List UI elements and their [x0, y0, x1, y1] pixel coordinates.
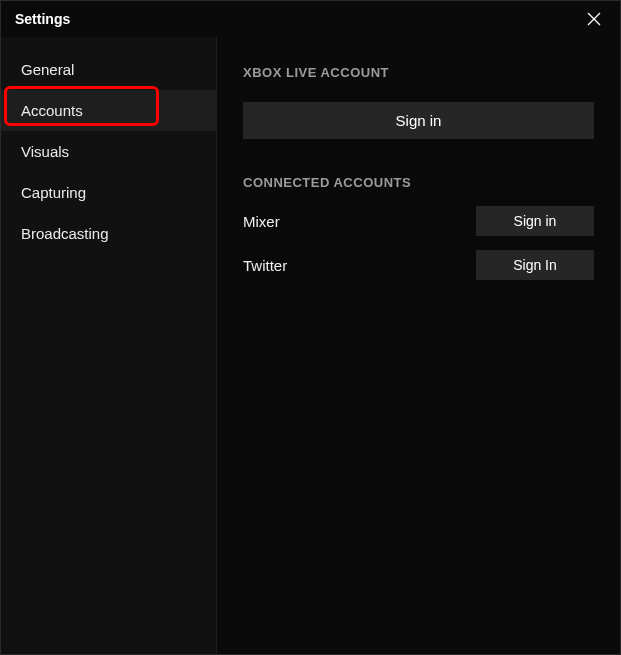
- xbox-signin-button[interactable]: Sign in: [243, 102, 594, 139]
- connected-row-twitter: Twitter Sign In: [243, 250, 594, 280]
- content-area: General Accounts Visuals Capturing Broad…: [1, 37, 620, 654]
- connected-section-header: CONNECTED ACCOUNTS: [243, 175, 594, 190]
- sidebar-item-general[interactable]: General: [1, 49, 216, 90]
- xbox-section-header: XBOX LIVE ACCOUNT: [243, 65, 594, 80]
- sidebar-item-capturing[interactable]: Capturing: [1, 172, 216, 213]
- sidebar-item-accounts[interactable]: Accounts: [1, 90, 216, 131]
- close-button[interactable]: [582, 7, 606, 31]
- sidebar-item-label: General: [21, 61, 74, 78]
- connected-row-mixer: Mixer Sign in: [243, 206, 594, 236]
- sidebar-item-visuals[interactable]: Visuals: [1, 131, 216, 172]
- mixer-signin-button[interactable]: Sign in: [476, 206, 594, 236]
- sidebar-item-label: Accounts: [21, 102, 83, 119]
- sidebar-item-label: Visuals: [21, 143, 69, 160]
- connected-row-label: Twitter: [243, 257, 287, 274]
- sidebar: General Accounts Visuals Capturing Broad…: [1, 37, 217, 654]
- close-icon: [587, 12, 601, 26]
- sidebar-item-broadcasting[interactable]: Broadcasting: [1, 213, 216, 254]
- main-panel: XBOX LIVE ACCOUNT Sign in CONNECTED ACCO…: [217, 37, 620, 654]
- settings-window: Settings General Accounts Visuals Captur…: [0, 0, 621, 655]
- titlebar: Settings: [1, 1, 620, 37]
- sidebar-item-label: Capturing: [21, 184, 86, 201]
- twitter-signin-button[interactable]: Sign In: [476, 250, 594, 280]
- window-title: Settings: [15, 11, 70, 27]
- sidebar-item-label: Broadcasting: [21, 225, 109, 242]
- connected-row-label: Mixer: [243, 213, 280, 230]
